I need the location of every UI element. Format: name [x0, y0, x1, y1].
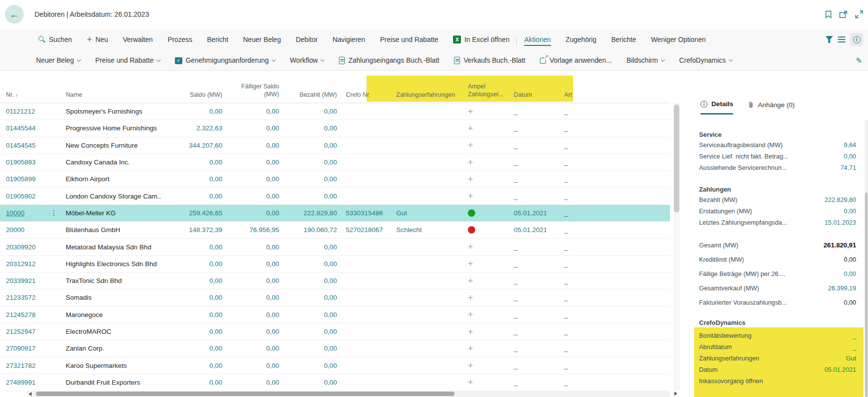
bezahlt-value[interactable]: 0,00: [324, 193, 337, 200]
menu-item[interactable]: Berichte: [611, 36, 636, 43]
action-item[interactable]: Zahlungseingangs Buch.-Blatt: [339, 57, 439, 64]
column-header-zahlungserfahrungen[interactable]: Zahlungserfahrungen: [395, 71, 464, 103]
faelliger-saldo-value[interactable]: 0,00: [266, 193, 279, 200]
faelliger-saldo-value[interactable]: 0,00: [266, 328, 279, 335]
tab-attachments[interactable]: Anhänge (0): [748, 100, 794, 115]
panel-field-value[interactable]: _: [853, 343, 856, 351]
panel-field[interactable]: Zahlungserfahrungen Gut: [694, 353, 864, 364]
horizontal-scrollbar[interactable]: [27, 391, 670, 397]
faelliger-saldo-value[interactable]: 76.956,95: [249, 226, 279, 234]
bezahlt-value[interactable]: 0,00: [324, 277, 337, 284]
customer-number-link[interactable]: 20000: [6, 226, 25, 234]
menu-item[interactable]: Debitor: [296, 36, 318, 43]
action-item[interactable]: CrefoDynamics: [679, 57, 732, 64]
customer-number-link[interactable]: 01905893: [6, 159, 36, 166]
panel-scrollbar-thumb[interactable]: [865, 193, 868, 397]
table-row[interactable]: 01905893⋮ Candoxy Canada Inc. 0,00 0,00 …: [0, 154, 670, 171]
bezahlt-value[interactable]: 0,00: [324, 311, 337, 318]
panel-field[interactable]: Inkassovorgang öffnen: [694, 375, 864, 387]
ampel-indicator[interactable]: [468, 277, 473, 285]
ampel-indicator[interactable]: [468, 107, 473, 116]
table-row[interactable]: 27321782⋮ Karoo Supermarkets 0,00 0,00 0…: [0, 357, 670, 374]
table-row[interactable]: 20000⋮ Blütenhaus GmbH 148.372,39 76.956…: [0, 222, 670, 238]
ampel-indicator[interactable]: [468, 141, 473, 150]
action-item[interactable]: Bildschirm: [626, 57, 664, 64]
faelliger-saldo-value[interactable]: 0,00: [266, 379, 279, 386]
customer-number-link[interactable]: 01905899: [6, 175, 36, 183]
panel-field-value[interactable]: 74,71: [840, 164, 856, 171]
table-row[interactable]: 20309920⋮ Metatorad Malaysia Sdn Bhd 0,0…: [0, 238, 670, 255]
faelliger-saldo-value[interactable]: 0,00: [266, 311, 279, 318]
ampel-indicator[interactable]: [468, 226, 475, 234]
menu-item[interactable]: Aktionen: [524, 36, 551, 46]
action-item[interactable]: Preise und Rabatte: [95, 57, 160, 64]
ampel-indicator[interactable]: [468, 158, 473, 167]
table-row[interactable]: 21252947⋮ ElectroMAROC 0,00 0,00 0,00 _ …: [0, 323, 670, 340]
bezahlt-value[interactable]: 0,00: [324, 260, 337, 268]
faelliger-saldo-value[interactable]: 0,00: [266, 108, 279, 115]
ampel-indicator[interactable]: [468, 344, 473, 353]
menu-item[interactable]: Weniger Optionen: [651, 36, 706, 43]
table-row[interactable]: 01121212⋮ Spotsmeyer's Furnishings 0,00 …: [0, 103, 670, 120]
vertical-scrollbar-thumb[interactable]: [674, 105, 679, 212]
ampel-indicator[interactable]: [468, 378, 473, 387]
column-header-art[interactable]: Art: [546, 71, 600, 103]
saldo-value[interactable]: 0,00: [209, 243, 222, 251]
customer-number-link[interactable]: 01454545: [6, 142, 36, 149]
saldo-value[interactable]: 0,00: [209, 108, 222, 115]
filter-icon[interactable]: [826, 36, 833, 43]
faelliger-saldo-value[interactable]: 0,00: [266, 243, 279, 251]
faelliger-saldo-value[interactable]: 0,00: [266, 124, 279, 132]
menu-item[interactable]: In Excel öffnen: [453, 36, 509, 43]
bezahlt-value[interactable]: 0,00: [324, 108, 337, 115]
faelliger-saldo-value[interactable]: 0,00: [266, 260, 279, 268]
table-row[interactable]: 20312912⋮ Highlights Electronics Sdn Bhd…: [0, 256, 670, 273]
table-row[interactable]: 01445544⋮ Progressive Home Furnishings 2…: [0, 120, 670, 137]
bezahlt-value[interactable]: 0,00: [324, 328, 337, 335]
saldo-value[interactable]: 344.207,60: [189, 142, 222, 149]
ampel-indicator[interactable]: [468, 293, 473, 302]
bezahlt-value[interactable]: 222.829,80: [303, 209, 337, 217]
menu-item[interactable]: Suchen: [39, 36, 72, 43]
row-context-menu-icon[interactable]: ⋮: [50, 209, 57, 217]
saldo-value[interactable]: 2.322,63: [196, 124, 222, 132]
menu-item[interactable]: Prozess: [167, 36, 192, 43]
resize-window-icon[interactable]: [855, 10, 863, 18]
saldo-value[interactable]: 148.372,39: [189, 226, 222, 234]
faelliger-saldo-value[interactable]: 0,00: [266, 362, 279, 369]
bezahlt-value[interactable]: 0,00: [324, 362, 337, 369]
action-item[interactable]: Genehmigungsanforderung: [175, 57, 275, 64]
bezahlt-value[interactable]: 0,00: [324, 379, 337, 386]
panel-field-value[interactable]: 0,00: [844, 207, 856, 215]
bezahlt-value[interactable]: 0,00: [324, 294, 337, 301]
menu-item[interactable]: Verwalten: [123, 36, 153, 43]
customer-number-link[interactable]: 27489991: [6, 379, 36, 386]
faelliger-saldo-value[interactable]: 0,00: [266, 175, 279, 183]
customer-number-link[interactable]: 20309920: [6, 243, 36, 251]
column-header-bezahlt[interactable]: Bezahlt (MW): [282, 71, 339, 103]
panel-scrollbar[interactable]: [865, 120, 868, 397]
horizontal-scrollbar-thumb[interactable]: [36, 392, 455, 396]
back-button[interactable]: ←: [5, 5, 24, 24]
action-item[interactable]: Workflow: [290, 57, 324, 64]
customer-number-link[interactable]: 21233572: [6, 294, 36, 301]
menu-item[interactable]: Zugehörig: [566, 36, 596, 43]
faelliger-saldo-value[interactable]: 0,00: [266, 345, 279, 352]
ampel-indicator[interactable]: [468, 259, 473, 268]
menu-item[interactable]: Neu: [87, 36, 108, 43]
saldo-value[interactable]: 0,00: [209, 379, 222, 386]
faelliger-saldo-value[interactable]: 0,00: [266, 209, 279, 217]
ampel-indicator[interactable]: [468, 242, 473, 251]
saldo-value[interactable]: 0,00: [209, 175, 222, 183]
menu-item[interactable]: Bericht: [207, 36, 228, 43]
column-header-saldo[interactable]: Saldo (MW): [161, 71, 225, 103]
menu-item[interactable]: Navigieren: [332, 36, 365, 43]
scroll-right-arrow-icon[interactable]: [674, 392, 677, 396]
panel-field[interactable]: Abrufdatum _: [694, 341, 864, 353]
table-row[interactable]: 20339921⋮ TraxTonic Sdn Bhd 0,00 0,00 0,…: [0, 273, 670, 289]
ampel-indicator[interactable]: [468, 175, 473, 184]
panel-field-value[interactable]: 0,00: [844, 256, 856, 263]
panel-field-value[interactable]: Gut: [846, 355, 856, 362]
panel-field-value[interactable]: 0,00: [844, 270, 856, 278]
table-row[interactable]: 01454545⋮ New Concepts Furniture 344.207…: [0, 137, 670, 154]
